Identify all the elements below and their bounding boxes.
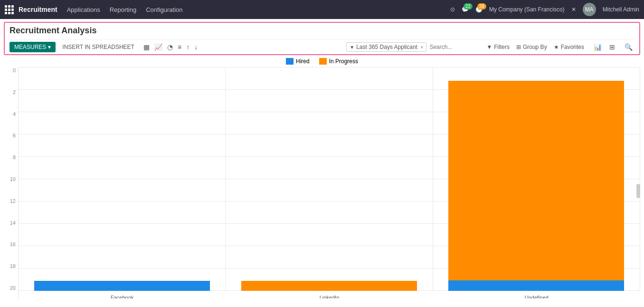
in-progress-label: In Progress: [329, 58, 358, 65]
filter-bar: ▼ Last 365 Days Applicant ×: [346, 42, 486, 52]
avatar[interactable]: MA: [583, 3, 596, 16]
alerts-badge: 38: [477, 3, 486, 10]
chart-container: 20 18 16 14 12 10 8 6 4 2 0: [4, 67, 640, 298]
filter-icon: ▼: [486, 44, 492, 50]
bar-linkedin-in-progress: [241, 281, 417, 291]
x-label-facebook: Facebook: [19, 295, 226, 298]
top-navigation: Recruitment Applications Reporting Confi…: [0, 0, 644, 19]
search-icon[interactable]: 🔍: [625, 43, 633, 51]
x-labels: Facebook LinkedIn Undefined: [19, 295, 640, 298]
legend-in-progress: In Progress: [319, 58, 358, 65]
sort-desc-icon[interactable]: ↓: [193, 42, 199, 52]
bar-facebook-hired: [34, 281, 210, 291]
company-name: My Company (San Francisco): [489, 6, 565, 13]
chart-legend: Hired In Progress: [4, 58, 640, 65]
page-header: Recruitment Analysis MEASURES ▾ INSERT I…: [4, 22, 640, 55]
nav-links: Applications Reporting Configuration: [67, 6, 183, 13]
grid-icon: [5, 5, 14, 14]
funnel-icon: ▼: [350, 45, 354, 50]
line-chart-icon[interactable]: 📈: [153, 42, 164, 52]
filter-tag: ▼ Last 365 Days Applicant ×: [346, 42, 426, 52]
dropdown-arrow: ▾: [48, 44, 51, 50]
bar-undefined-hired: [448, 280, 624, 291]
toolbar: MEASURES ▾ INSERT IN SPREADSHEET ▦ 📈 ◔ ≡…: [9, 39, 635, 54]
groupby-icon: ⊞: [516, 44, 521, 50]
filter-remove-button[interactable]: ×: [420, 44, 423, 50]
chart-area: Hired In Progress 20 18 16 14 12 10 8 6 …: [0, 58, 644, 298]
legend-hired: Hired: [286, 58, 310, 65]
scroll-stub[interactable]: [636, 184, 640, 198]
nav-right: ⊙ 💬 22 🕐 38 My Company (San Francisco) ✕…: [450, 3, 639, 16]
activity-icon[interactable]: ⊙: [450, 6, 455, 13]
star-icon: ★: [554, 44, 559, 50]
x-label-undefined: Undefined: [433, 295, 640, 298]
bar-group-undefined: [433, 67, 640, 291]
bar-group-facebook: [19, 67, 226, 291]
alerts-icon[interactable]: 🕐 38: [475, 6, 483, 13]
chart-body: Facebook LinkedIn Undefined: [18, 67, 640, 298]
page-title: Recruitment Analysis: [9, 26, 635, 36]
favorites-button[interactable]: ★ Favorites: [554, 44, 584, 50]
y-axis: 20 18 16 14 12 10 8 6 4 2 0: [4, 67, 18, 298]
bar-chart-icon[interactable]: ▦: [142, 42, 151, 52]
stacked-icon[interactable]: ≡: [176, 42, 183, 52]
hired-label: Hired: [296, 58, 310, 65]
nav-reporting[interactable]: Reporting: [110, 6, 136, 13]
messages-icon[interactable]: 💬 22: [462, 6, 469, 13]
chart-view-button[interactable]: 📊: [591, 42, 605, 52]
measures-button[interactable]: MEASURES ▾: [9, 42, 56, 52]
settings-icon[interactable]: ✕: [571, 6, 576, 13]
groupby-button[interactable]: ⊞ Group By: [516, 44, 547, 50]
sort-asc-icon[interactable]: ↑: [185, 42, 191, 52]
hired-color-swatch: [286, 58, 294, 65]
messages-badge: 22: [464, 3, 473, 10]
bars-area: [19, 67, 640, 291]
nav-configuration[interactable]: Configuration: [146, 6, 182, 13]
x-label-linkedin: LinkedIn: [226, 295, 433, 298]
pie-chart-icon[interactable]: ◔: [166, 42, 174, 52]
app-name: Recruitment: [19, 6, 57, 13]
insert-spreadsheet-button[interactable]: INSERT IN SPREADSHEET: [58, 42, 138, 52]
in-progress-color-swatch: [319, 58, 327, 65]
search-input[interactable]: [429, 44, 486, 50]
bar-undefined-in-progress: [448, 81, 624, 280]
table-view-button[interactable]: ⊞: [606, 42, 618, 52]
bar-group-linkedin: [226, 67, 433, 291]
filter-tag-label: Last 365 Days Applicant: [356, 44, 417, 50]
nav-applications[interactable]: Applications: [67, 6, 100, 13]
right-actions: ▼ Filters ⊞ Group By ★ Favorites 📊 ⊞ 🔍: [486, 42, 635, 52]
chart-type-icons: ▦ 📈 ◔ ≡ ↑ ↓: [142, 42, 199, 52]
filters-button[interactable]: ▼ Filters: [486, 44, 510, 50]
view-toggle: 📊 ⊞: [591, 42, 618, 52]
user-name: Mitchell Admin: [603, 6, 639, 13]
app-logo[interactable]: Recruitment: [5, 5, 57, 14]
